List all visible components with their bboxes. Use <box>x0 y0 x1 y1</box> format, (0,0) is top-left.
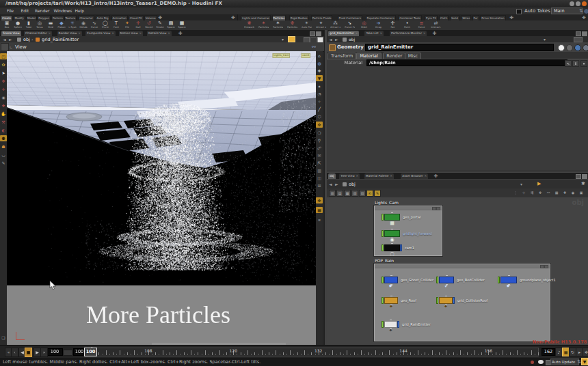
node-pick-icon[interactable]: ↖ <box>565 60 572 67</box>
param-nav-back-icon[interactable]: ◄ <box>329 37 332 42</box>
shelf-tab-modify[interactable]: Modify <box>14 15 25 20</box>
add-shelf-tab-icon[interactable]: ✚ <box>158 15 162 20</box>
network-display-icon-1[interactable]: ▤ <box>336 190 343 197</box>
node-input-stub[interactable] <box>390 320 392 321</box>
nav-forward-icon[interactable]: ► <box>9 37 12 42</box>
playhead-current-frame[interactable]: 100 <box>84 348 97 356</box>
network-tool-icon-3[interactable]: ✥ <box>537 190 543 195</box>
display-option-icon-15[interactable]: ▥ <box>316 167 323 173</box>
shelf-tool-interact--13[interactable]: ⇄Interact... <box>429 20 443 30</box>
shelf-tool-curve[interactable]: ∿Curve <box>89 20 100 30</box>
node-select-flag[interactable] <box>436 297 438 304</box>
display-option-icon-5[interactable]: ◔ <box>316 91 323 97</box>
shelf-tab-container-tools[interactable]: Container Tools <box>398 15 422 20</box>
tab-close-icon[interactable]: ✕ <box>78 31 80 35</box>
path-node[interactable]: grid_RainEmitter <box>42 37 79 42</box>
shelf-tool-grid[interactable]: ▬Grid <box>45 20 56 30</box>
net-nav-back-icon[interactable]: ◄ <box>329 182 332 186</box>
viewport-tool-icon-10[interactable]: ⚉ <box>0 135 7 141</box>
add-pane-tab-icon[interactable]: ✚ <box>178 31 183 36</box>
node-body[interactable]: ◉ <box>384 230 400 237</box>
shelf-tool-null[interactable]: ✛Null <box>133 20 144 30</box>
network-tool-icon-1[interactable]: ⊹ <box>521 190 526 195</box>
node-link-icon[interactable] <box>566 44 573 51</box>
scene-viewport[interactable]: More Particles Lights_Cam cam1 <box>7 51 316 345</box>
network-tool-icon-0[interactable]: ⋮ <box>513 190 518 195</box>
shelf-tool-fan-10[interactable]: ✢Fan <box>386 20 400 30</box>
pane-tab-channel-editor[interactable]: Channel Editor✕ <box>24 31 52 36</box>
net-path-icon[interactable] <box>343 182 347 186</box>
network-tool-icon-5[interactable]: ▦ <box>554 190 559 195</box>
pane-split-icon[interactable] <box>316 31 321 36</box>
node-display-flag[interactable] <box>453 297 455 304</box>
shelf-tab-cloud-fx[interactable]: Cloud FX <box>129 15 144 20</box>
view-mode-label[interactable]: View <box>15 44 27 50</box>
node-output-stub[interactable] <box>391 221 393 223</box>
node-body[interactable]: ✦ <box>384 321 397 328</box>
display-option-icon-20[interactable]: ▪ <box>316 216 323 223</box>
node-input-stub[interactable] <box>446 275 448 277</box>
node-display-flag[interactable] <box>400 244 402 251</box>
display-option-icon-2[interactable]: ✚ <box>316 68 323 74</box>
menu-edit[interactable]: Edit <box>20 8 31 13</box>
shelf-tool-curve-force-7[interactable]: ➘Curve Force <box>343 20 357 30</box>
shelf-tab-fur[interactable]: Fur <box>472 15 479 20</box>
node-output-stub[interactable] <box>390 284 392 285</box>
display-option-icon-10[interactable]: ❍ <box>316 130 323 136</box>
transport-step-back-button[interactable]: ‹ <box>11 348 18 357</box>
pane-tab-details-view[interactable]: Details View✕ <box>147 31 172 36</box>
shelf-tool-spaceship[interactable]: ▦Spaceship <box>176 20 187 30</box>
pane-tab-tree-view[interactable]: Tree View✕ <box>339 173 360 179</box>
status-memory-icon[interactable] <box>538 360 544 364</box>
shelf-tab-volume[interactable]: Volume <box>144 15 157 20</box>
shelf-tool-spaceship[interactable]: ▤Spaceship <box>165 20 176 30</box>
path-dropdown-icon[interactable]: ▾ <box>282 37 284 42</box>
tab-close-icon[interactable]: ✕ <box>139 31 142 35</box>
tab-close-icon[interactable]: ✕ <box>49 31 51 35</box>
viewport-tool-icon-1[interactable]: ✿ <box>0 61 7 68</box>
shelf-tab-wires[interactable]: Wires <box>461 15 471 20</box>
node-input-stub[interactable] <box>391 229 393 230</box>
minimize-button[interactable] <box>570 1 574 6</box>
pane-split-icon[interactable] <box>582 31 587 36</box>
param-path-icon[interactable] <box>343 38 347 42</box>
box-resize-icon[interactable] <box>436 207 440 210</box>
shelf-tool-font[interactable]: TFont <box>111 20 122 30</box>
node-input-stub[interactable] <box>390 296 392 297</box>
net-path-root[interactable]: obj <box>349 182 356 187</box>
display-option-icon-9[interactable]: ✜ <box>316 122 323 128</box>
viewport-tool-icon-9[interactable]: ◐ <box>0 127 7 133</box>
shelf-tab-create[interactable]: Create <box>1 15 12 20</box>
node-output-stub[interactable] <box>445 305 447 306</box>
pane-maximize-icon[interactable] <box>576 174 581 179</box>
shelf-tool-tube[interactable]: ▮Tube <box>23 20 34 30</box>
node-output-stub[interactable] <box>391 252 393 253</box>
node-body[interactable]: ☛ <box>384 277 398 283</box>
shelf-tab-cloth[interactable]: Cloth <box>439 15 449 20</box>
network-tool-icon-7[interactable]: ◉ <box>570 190 576 195</box>
param-tab-transform[interactable]: Transform <box>328 53 356 59</box>
takes-globe-icon[interactable] <box>583 8 588 14</box>
pin-icon[interactable] <box>558 44 565 51</box>
shelf-tool-revert[interactable]: ↺Revert <box>144 20 155 30</box>
shelf-tab-particles[interactable]: Particles <box>272 15 286 20</box>
pane-tab-composite-view[interactable]: Composite View✕ <box>85 31 116 36</box>
path-root-icon[interactable] <box>17 38 21 42</box>
node-select-flag[interactable] <box>382 244 384 251</box>
node-body[interactable]: ✦ <box>439 297 453 304</box>
node-select-flag[interactable] <box>498 277 500 283</box>
param-tab-render[interactable]: Render <box>383 53 405 59</box>
network-tool-icon-4[interactable]: ⚯ <box>546 190 551 195</box>
shelf-tab-texture[interactable]: Texture <box>64 15 77 20</box>
node-body[interactable]: ☛ <box>500 277 517 283</box>
shelf-tool-point-11[interactable]: •Point <box>400 20 414 30</box>
shelf-tool-file[interactable]: ✦File <box>122 20 133 30</box>
network-display-icon-0[interactable]: ▥ <box>329 190 336 197</box>
viewport-tool-icon-14[interactable]: ❏ <box>0 335 7 341</box>
shelf-tool-box[interactable]: ▣Box <box>1 20 12 30</box>
file-chooser-icon[interactable]: ⇕ <box>572 60 579 67</box>
network-box-lights_cam[interactable]: ▦geo_portal◉gridlight_forward▢cam1 <box>374 206 442 256</box>
network-tool-icon-8[interactable]: ▣ <box>578 190 584 195</box>
node-output-stub[interactable] <box>391 238 393 239</box>
material-param-input[interactable]: /shop/Rain <box>366 59 567 66</box>
